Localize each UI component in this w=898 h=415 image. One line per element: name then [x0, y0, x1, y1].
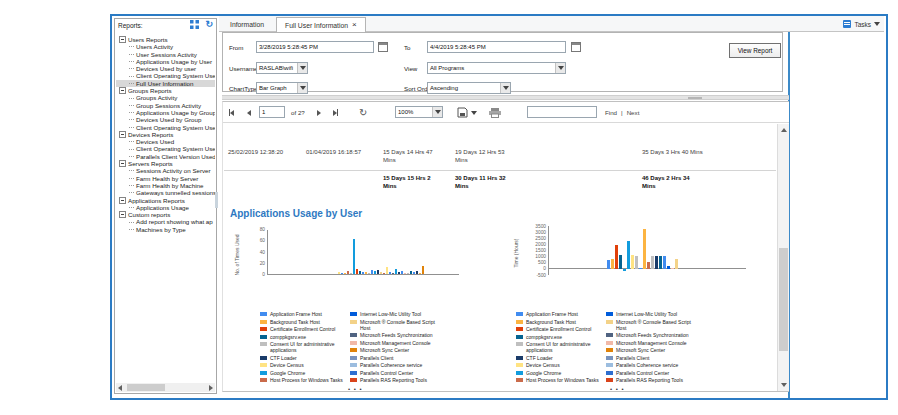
- bar: [371, 270, 373, 275]
- last-page-button[interactable]: [333, 102, 338, 123]
- report-vertical-scrollbar[interactable]: [777, 124, 789, 391]
- tree-item[interactable]: Client Operating System Used: [116, 124, 215, 131]
- legend-pager-dots[interactable]: • • •: [610, 386, 625, 391]
- to-date-input[interactable]: [427, 41, 566, 53]
- tree-item[interactable]: Applications Reports: [116, 197, 215, 204]
- stat-cell: 15 Days 14 Hrs 47 Mins: [383, 149, 441, 165]
- tree-item[interactable]: Sessions Activity on Server: [116, 167, 215, 174]
- username-select[interactable]: RASLAB\wifi: [256, 62, 308, 74]
- report-content: 25/02/2019 12:38:2001/04/2019 16:18:5715…: [224, 124, 777, 391]
- collapse-box-icon[interactable]: [119, 131, 126, 138]
- tree-item[interactable]: Applications Usage by Group: [116, 109, 215, 116]
- calendar-icon[interactable]: [378, 42, 388, 52]
- print-button[interactable]: [489, 102, 501, 123]
- tree-item[interactable]: Full User Information: [116, 80, 215, 87]
- tree-item[interactable]: Groups Reports: [116, 87, 215, 94]
- chevron-down-icon: [471, 111, 477, 115]
- tree-item[interactable]: Applications Usage: [116, 204, 215, 211]
- reports-sidebar: Reports: ↻ Users ReportsUsers ActivityUs…: [114, 18, 217, 394]
- tree-item[interactable]: Devices Reports: [116, 131, 215, 138]
- scroll-left-icon[interactable]: [118, 385, 122, 391]
- legend-item: Parallels RAS Reporting Tools: [350, 377, 446, 383]
- tree-item[interactable]: Farm Health by Server: [116, 175, 215, 182]
- tree-item[interactable]: Client Operating System Used: [116, 72, 215, 79]
- refresh-icon[interactable]: ↻: [205, 20, 213, 29]
- view-report-button[interactable]: View Report: [729, 43, 781, 58]
- calendar-icon[interactable]: [571, 42, 581, 52]
- collapse-box-icon[interactable]: [119, 211, 126, 218]
- from-date-input[interactable]: [256, 41, 374, 53]
- first-page-button[interactable]: [229, 102, 234, 123]
- scroll-up-icon[interactable]: [778, 124, 789, 136]
- collapse-box-icon[interactable]: [119, 36, 126, 43]
- previous-page-button[interactable]: [247, 102, 251, 123]
- bar: [365, 272, 367, 274]
- bar: [368, 273, 370, 274]
- page-number-input[interactable]: [259, 106, 285, 118]
- find-link[interactable]: Find: [605, 109, 617, 116]
- collapse-box-icon[interactable]: [119, 160, 126, 167]
- legend-label: Microsoft Feeds Synchronization: [360, 332, 433, 338]
- next-link[interactable]: Next: [627, 109, 640, 116]
- scroll-thumb[interactable]: [779, 248, 788, 351]
- tree-item[interactable]: Groups Activity: [116, 94, 215, 101]
- tree-item[interactable]: Add report showing what ap: [116, 218, 215, 225]
- scroll-thumb[interactable]: [127, 384, 165, 391]
- tree-item[interactable]: Devices Used by Group: [116, 116, 215, 123]
- find-text-input[interactable]: [527, 106, 597, 118]
- tree-item[interactable]: Devices Used: [116, 138, 215, 145]
- tree-item[interactable]: Gateways tunnelled sessions: [116, 189, 215, 196]
- legend-item: Host Process for Windows Tasks: [260, 377, 344, 383]
- next-page-button[interactable]: [317, 102, 321, 123]
- tree-item[interactable]: Servers Reports: [116, 160, 215, 167]
- scroll-right-icon[interactable]: [209, 385, 213, 391]
- tree-item[interactable]: Client Operating System Used: [116, 145, 215, 152]
- sidebar-splitter-handle[interactable]: [215, 192, 218, 208]
- tree-connector: [129, 127, 134, 128]
- right-chart-legend: Application Frame HostBackground Task Ho…: [516, 311, 702, 385]
- tree-item[interactable]: Devices Used by user: [116, 65, 215, 72]
- tab-full-user-information[interactable]: Full User Information ×: [276, 17, 366, 32]
- tree-item[interactable]: Machines by Type: [116, 226, 215, 233]
- splitter-grip[interactable]: [688, 97, 702, 99]
- legend-label: Parallels Client: [360, 355, 393, 361]
- sidebar-horizontal-scrollbar[interactable]: [116, 383, 215, 392]
- bar: [631, 255, 634, 269]
- legend-label: Application Frame Host: [526, 311, 578, 317]
- tasks-button[interactable]: Tasks: [843, 17, 880, 31]
- tree-item[interactable]: Applications Usage by User: [116, 58, 215, 65]
- sortorder-select[interactable]: Ascending: [427, 82, 511, 94]
- legend-item: Google Chrome: [516, 370, 600, 376]
- view-report-label: View Report: [738, 47, 773, 54]
- tree-item[interactable]: User Sessions Activity: [116, 51, 215, 58]
- tree-item[interactable]: Users Reports: [116, 36, 215, 43]
- legend-label: Microsoft Feeds Synchronization: [616, 332, 689, 338]
- legend-item: Microsoft Feeds Synchronization: [350, 332, 446, 338]
- close-icon[interactable]: ×: [352, 21, 357, 29]
- view-select[interactable]: All Programs: [427, 62, 566, 74]
- tree-item[interactable]: Custom reports: [116, 211, 215, 218]
- horizontal-splitter[interactable]: [222, 95, 789, 100]
- collapse-box-icon[interactable]: [119, 197, 126, 204]
- tree-connector: [129, 83, 134, 84]
- tab-information[interactable]: Information: [222, 17, 272, 32]
- y-axis-tick: 0: [518, 266, 546, 271]
- bar: [386, 267, 388, 274]
- tree-item[interactable]: Parallels Client Version Used: [116, 153, 215, 160]
- zoom-select[interactable]: 100%: [395, 106, 443, 118]
- scroll-down-icon[interactable]: [778, 379, 789, 391]
- export-button[interactable]: [457, 102, 477, 123]
- tree-item[interactable]: Group Sessions Activity: [116, 102, 215, 109]
- collapse-box-icon[interactable]: [119, 87, 126, 94]
- charttype-select[interactable]: Bar Graph: [256, 82, 308, 94]
- tree-item[interactable]: Users Activity: [116, 43, 215, 50]
- legend-label: Microsoft Management Console: [360, 340, 431, 346]
- tree-item[interactable]: Farm Health by Machine: [116, 182, 215, 189]
- expand-collapse-icon[interactable]: [190, 20, 199, 29]
- legend-item: CTF Loader: [260, 355, 344, 361]
- legend-swatch: [350, 378, 357, 382]
- from-label: From: [229, 44, 243, 51]
- refresh-report-icon[interactable]: ↻: [359, 102, 367, 123]
- bar: [413, 272, 415, 274]
- legend-pager-dots[interactable]: • • •: [348, 386, 363, 391]
